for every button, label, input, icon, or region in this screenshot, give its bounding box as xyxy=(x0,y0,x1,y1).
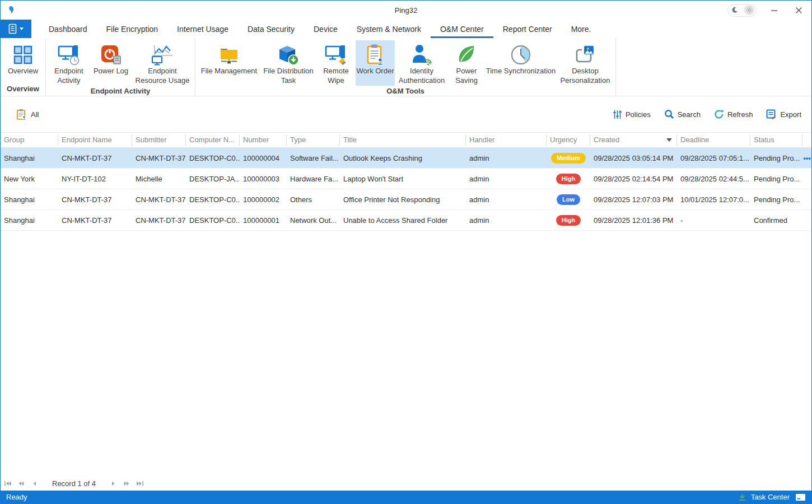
cell-endpoint-name: NY-IT-DT-102 xyxy=(58,175,132,183)
pager-next-page-button[interactable] xyxy=(123,479,130,487)
tab-dashboard[interactable]: Dashboard xyxy=(39,20,97,38)
column-header-submitter[interactable]: Submitter xyxy=(132,134,186,146)
policies-button[interactable]: Policies xyxy=(613,110,651,119)
cell-group: Shanghai xyxy=(1,154,58,162)
cell-submitter: CN-MKT-DT-37 xyxy=(132,216,186,225)
ribbon-tile-label: Identity Authentication xyxy=(395,67,449,86)
filter-all-button[interactable]: All xyxy=(16,109,39,120)
ribbon-tile-time-synchronization[interactable]: Time Synchronization xyxy=(484,40,557,86)
cell-handler: admin xyxy=(466,154,547,162)
column-header-type[interactable]: Type xyxy=(287,134,340,146)
cell-title: Laptop Won't Start xyxy=(340,175,466,183)
tab-om-center[interactable]: O&M Center xyxy=(431,20,493,38)
ribbon-tile-remote-wipe[interactable]: Remote Wipe xyxy=(316,40,356,86)
search-label: Search xyxy=(678,110,701,119)
cell-status: Pending Pro... xyxy=(750,175,802,183)
cell-handler: admin xyxy=(466,195,547,204)
column-header-title[interactable]: Title xyxy=(340,134,466,146)
window-title: Ping32 xyxy=(1,6,811,15)
search-button[interactable]: Search xyxy=(664,109,701,119)
column-header-status[interactable]: Status xyxy=(750,134,802,146)
statusbar: Ready Task Center xyxy=(1,491,811,503)
row-actions-menu[interactable]: ••• xyxy=(803,154,811,162)
tab-report-center[interactable]: Report Center xyxy=(493,20,562,38)
refresh-button[interactable]: Refresh xyxy=(714,109,753,119)
cell-type: Network Out... xyxy=(287,216,340,225)
ribbon-tile-power-log[interactable]: Power Log xyxy=(90,40,132,86)
ribbon-tile-label: File Distribution Task xyxy=(260,67,316,86)
pager-prev-button[interactable] xyxy=(31,479,39,487)
ribbon-tile-power-saving[interactable]: Power Saving xyxy=(449,40,484,86)
cell-computer-name: DESKTOP-JA... xyxy=(186,175,240,183)
column-header-spacer xyxy=(802,134,811,146)
column-header-group[interactable]: Group xyxy=(1,134,58,146)
table-row[interactable]: New York NY-IT-DT-102 Michelle DESKTOP-J… xyxy=(1,169,811,189)
cell-title: Outlook Keeps Crashing xyxy=(340,154,466,162)
cell-group: New York xyxy=(1,175,58,183)
ribbon-tile-file-management[interactable]: File Management xyxy=(198,40,260,86)
file-management-icon xyxy=(218,43,240,67)
pager: Record 1 of 4 xyxy=(1,476,811,491)
ribbon-tile-desktop-personalization[interactable]: Desktop Personalization xyxy=(557,40,613,86)
column-header-handler[interactable]: Handler xyxy=(466,134,547,146)
ribbon-tile-label: Power Saving xyxy=(449,67,484,86)
export-icon xyxy=(766,109,777,120)
ribbon-group-endpoint-activity: Endpoint Activity Power Log Endpoint Res… xyxy=(46,38,195,96)
cell-handler: admin xyxy=(466,175,547,183)
cell-more: ••• xyxy=(802,154,811,162)
tab-data-security[interactable]: Data Security xyxy=(238,20,304,38)
task-center-label: Task Center xyxy=(751,493,790,501)
column-header-endpoint-name[interactable]: Endpoint Name xyxy=(58,134,132,146)
ribbon-tile-endpoint-activity[interactable]: Endpoint Activity xyxy=(48,40,90,86)
cell-created: 09/28/2025 12:01:36 PM xyxy=(590,216,677,225)
cell-title: Office Printer Not Responding xyxy=(340,195,466,204)
ribbon-group-label: Endpoint Activity xyxy=(48,86,193,97)
ribbon-tile-overview[interactable]: Overview xyxy=(3,40,43,83)
column-header-deadline[interactable]: Deadline xyxy=(677,134,750,146)
policies-label: Policies xyxy=(626,110,651,119)
pager-prev-page-button[interactable] xyxy=(17,479,25,487)
export-button[interactable]: Export xyxy=(766,109,801,120)
tab-more[interactable]: More. xyxy=(562,20,601,38)
pager-last-button[interactable] xyxy=(136,479,144,487)
tab-system-network[interactable]: System & Network xyxy=(347,20,431,38)
refresh-label: Refresh xyxy=(727,110,753,119)
cell-urgency: High xyxy=(547,174,590,184)
column-header-computer-name[interactable]: Computer N... xyxy=(186,134,240,146)
sort-descending-icon xyxy=(666,138,672,142)
message-panel-icon[interactable] xyxy=(795,493,806,501)
main-menu-button[interactable] xyxy=(1,20,31,38)
cell-computer-name: DESKTOP-C0... xyxy=(186,154,240,162)
tab-internet-usage[interactable]: Internet Usage xyxy=(167,20,238,38)
table-row[interactable]: Shanghai CN-MKT-DT-37 CN-MKT-DT-37 DESKT… xyxy=(1,189,811,210)
ribbon-tile-work-order[interactable]: Work Order xyxy=(356,40,395,86)
ribbon-tile-label: Overview xyxy=(8,67,38,76)
cell-created: 09/28/2025 02:14:54 PM xyxy=(590,175,677,183)
ribbon-tile-identity-authentication[interactable]: Identity Authentication xyxy=(395,40,449,86)
table-row[interactable]: Shanghai CN-MKT-DT-37 CN-MKT-DT-37 DESKT… xyxy=(1,210,811,231)
work-order-icon xyxy=(365,43,386,67)
table-row[interactable]: Shanghai CN-MKT-DT-37 CN-MKT-DT-37 DESKT… xyxy=(1,148,811,169)
ribbon-tile-endpoint-resource-usage[interactable]: Endpoint Resource Usage xyxy=(132,40,193,86)
pager-first-button[interactable] xyxy=(4,479,12,487)
ribbon-tile-label: Remote Wipe xyxy=(316,67,356,86)
cell-number: 100000001 xyxy=(240,216,287,225)
main-menu-icon xyxy=(8,24,24,34)
cell-status: Confirmed xyxy=(750,216,802,225)
pager-next-button[interactable] xyxy=(109,479,117,487)
table-header: Group Endpoint Name Submitter Computer N… xyxy=(1,132,811,148)
cell-endpoint-name: CN-MKT-DT-37 xyxy=(58,216,132,225)
cell-urgency: High xyxy=(547,215,590,226)
cell-endpoint-name: CN-MKT-DT-37 xyxy=(58,154,132,162)
column-header-number[interactable]: Number xyxy=(240,134,287,146)
column-header-urgency[interactable]: Urgency xyxy=(547,134,590,146)
remote-wipe-icon xyxy=(325,43,347,67)
tab-device[interactable]: Device xyxy=(304,20,347,38)
task-center-button[interactable]: Task Center xyxy=(738,493,790,501)
ribbon-tile-file-distribution-task[interactable]: File Distribution Task xyxy=(260,40,316,86)
cell-urgency: Medium xyxy=(547,153,590,164)
urgency-badge: Medium xyxy=(551,153,586,164)
task-center-download-icon xyxy=(738,493,746,501)
tab-file-encryption[interactable]: File Encryption xyxy=(97,20,168,38)
column-header-created[interactable]: Created xyxy=(590,134,677,146)
